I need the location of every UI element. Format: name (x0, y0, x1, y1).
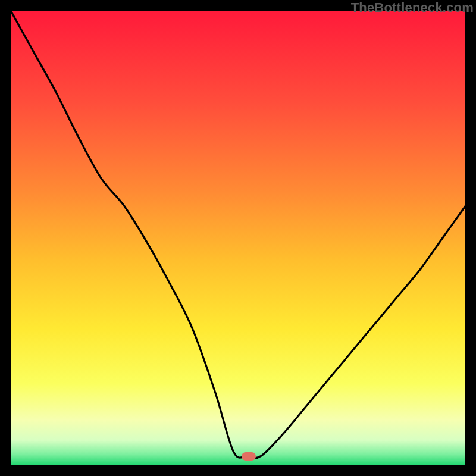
chart-stage: TheBottleneck.com (0, 0, 476, 476)
plot-area (11, 11, 465, 465)
watermark-label: TheBottleneck.com (351, 0, 474, 15)
bottleneck-curve (11, 11, 465, 465)
current-point-marker (242, 452, 256, 461)
